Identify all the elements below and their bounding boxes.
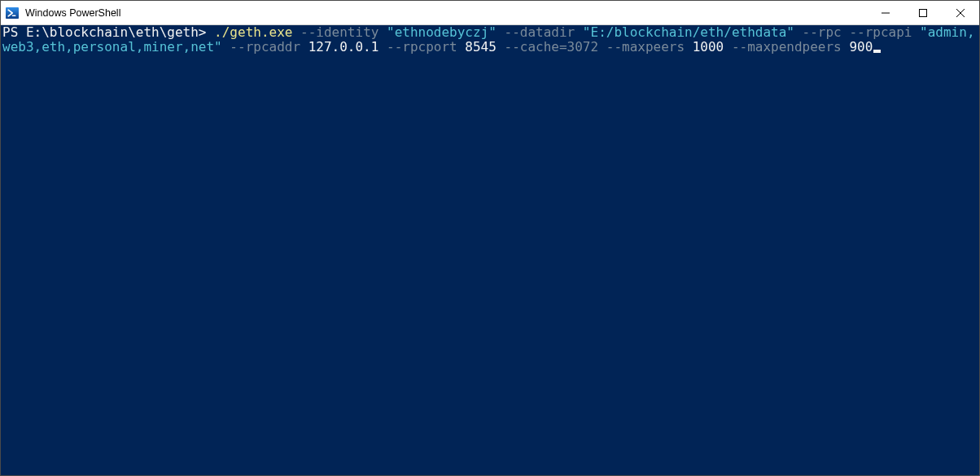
maximize-button[interactable] — [904, 1, 942, 24]
titlebar[interactable]: Windows PowerShell — [1, 1, 979, 25]
close-button[interactable] — [942, 1, 979, 24]
flag-identity: --identity — [300, 25, 387, 40]
svg-rect-2 — [12, 15, 16, 16]
window-controls — [867, 1, 979, 24]
flag-rpcapi: --rpcapi — [849, 25, 920, 40]
prompt-path: E:\blockchain\eth\geth — [26, 25, 199, 40]
val-datadir: "E:/blockchain/eth/ethdata" — [583, 25, 803, 40]
val-maxpendpeers: 900 — [849, 39, 873, 55]
minimize-button[interactable] — [867, 1, 904, 24]
flag-rpcport: --rpcport — [387, 39, 465, 55]
flag-maxpendpeers: --maxpendpeers — [732, 39, 850, 55]
powershell-icon — [6, 7, 19, 20]
val-rpcaddr: 127.0.0.1 — [308, 39, 387, 55]
cursor — [873, 50, 881, 53]
flag-maxpeers: --maxpeers — [606, 39, 693, 55]
flag-rpc: --rpc — [803, 25, 850, 40]
flag-rpcaddr: --rpcaddr — [230, 39, 308, 55]
cmd-exe: ./geth.exe — [214, 25, 300, 40]
window-title: Windows PowerShell — [25, 7, 867, 19]
svg-rect-4 — [920, 9, 927, 16]
flag-cache: --cache=3072 — [505, 39, 606, 55]
val-rpcport: 8545 — [465, 39, 504, 55]
powershell-window: Windows PowerShell PS E:\blockchain\eth\… — [0, 0, 980, 476]
val-identity: "ethnodebyczj" — [387, 25, 505, 40]
flag-datadir: --datadir — [505, 25, 583, 40]
prompt-prefix: PS — [2, 25, 26, 40]
val-maxpeers: 1000 — [693, 39, 732, 55]
svg-rect-3 — [882, 12, 890, 13]
terminal-area[interactable]: PS E:\blockchain\eth\geth> ./geth.exe --… — [1, 25, 979, 475]
prompt-suffix: > — [199, 25, 214, 40]
